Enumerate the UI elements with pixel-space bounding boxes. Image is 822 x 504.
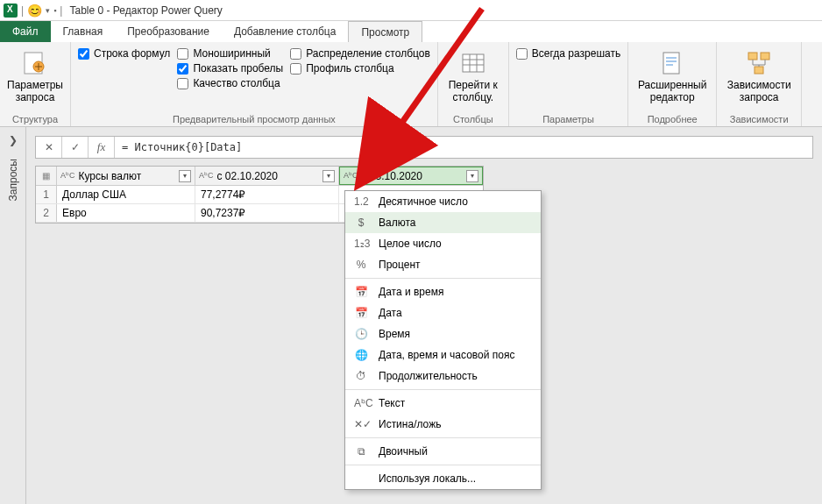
- column-name: Курсы валют: [79, 170, 175, 182]
- query-deps-button[interactable]: Зависимости запроса: [724, 46, 794, 114]
- query-parameters-label: Параметры запроса: [7, 79, 63, 104]
- tab-home[interactable]: Главная: [51, 21, 116, 42]
- menu-label: Время: [379, 328, 410, 340]
- type-date[interactable]: 📅Дата: [345, 302, 541, 323]
- menu-label: Используя локаль...: [379, 472, 476, 485]
- ribbon-group-deps: Зависимости запроса Зависимости: [717, 42, 802, 126]
- text-icon: AᵇC: [354, 397, 368, 409]
- type-time[interactable]: 🕒Время: [345, 323, 541, 344]
- chk-formula-bar[interactable]: Строка формул: [78, 47, 170, 60]
- type-integer[interactable]: 1₂3Целое число: [345, 233, 541, 254]
- query-parameters-button[interactable]: Параметры запроса: [7, 46, 63, 114]
- cell[interactable]: 90,7237₽: [195, 204, 339, 222]
- chk-column-quality[interactable]: Качество столбца: [177, 77, 283, 89]
- cell[interactable]: Доллар США: [57, 186, 195, 203]
- type-currency[interactable]: $Валюта: [345, 212, 541, 233]
- formula-input[interactable]: = Источник{0}[Data]: [115, 141, 812, 153]
- deps-icon: [745, 49, 773, 77]
- svg-rect-2: [463, 54, 484, 72]
- menu-label: Двоичный: [379, 445, 428, 458]
- type-text[interactable]: AᵇCТекст: [345, 393, 541, 414]
- cell[interactable]: 77,2774₽: [195, 186, 339, 203]
- svg-rect-3: [663, 53, 679, 74]
- menu-label: Дата и время: [379, 286, 443, 298]
- percent-icon: %: [354, 259, 368, 271]
- formula-bar: ✕ ✓ fx = Источник{0}[Data]: [35, 136, 813, 159]
- svg-rect-4: [748, 53, 757, 60]
- advanced-editor-label: Расширенный редактор: [635, 79, 709, 104]
- integer-icon: 1₂3: [354, 238, 368, 250]
- qat-dropdown-icon[interactable]: ▪: [53, 6, 56, 15]
- tab-file[interactable]: Файл: [0, 21, 51, 42]
- menu-separator: [345, 465, 541, 465]
- type-datetime[interactable]: 📅Дата и время: [345, 281, 541, 302]
- goto-column-button[interactable]: Перейти к столбцу.: [445, 46, 501, 114]
- group-label: Зависимости: [724, 114, 794, 126]
- ribbon-group-details: Расширенный редактор Подробнее: [628, 42, 717, 126]
- chevron-right-icon[interactable]: ❯: [9, 134, 18, 146]
- text-type-icon[interactable]: AᵇC: [199, 172, 214, 180]
- menu-label: Истина/ложь: [379, 418, 441, 430]
- type-dtz[interactable]: 🌐Дата, время и часовой пояс: [345, 344, 541, 366]
- duration-icon: ⏱: [354, 370, 368, 382]
- cancel-formula-button[interactable]: ✕: [36, 137, 62, 158]
- chk-show-spaces[interactable]: Показать пробелы: [177, 62, 283, 75]
- accept-formula-button[interactable]: ✓: [62, 137, 89, 158]
- text-type-icon[interactable]: AᵇC: [344, 172, 358, 180]
- group-label: Столбцы: [445, 114, 501, 126]
- column-name: с 02.10.2020: [217, 170, 319, 182]
- tab-view[interactable]: Просмотр: [348, 21, 422, 42]
- smiley-icon: 😊: [27, 4, 42, 18]
- query-deps-label: Зависимости запроса: [724, 79, 794, 104]
- column-filter-dropdown[interactable]: ▾: [466, 170, 478, 182]
- group-label: Параметры: [516, 114, 620, 126]
- chevron-down-icon[interactable]: ▾: [46, 6, 50, 15]
- queries-panel-collapsed[interactable]: ❯ Запросы: [0, 127, 26, 504]
- column-header-2[interactable]: AᵇC с 02.10.2020 ▾: [195, 167, 339, 185]
- menu-label: Продолжительность: [379, 370, 478, 382]
- svg-rect-6: [755, 67, 763, 74]
- chk-column-profile[interactable]: Профиль столбца: [290, 62, 430, 75]
- binary-icon: ⧉: [354, 445, 368, 458]
- tab-transform[interactable]: Преобразование: [115, 21, 222, 42]
- fx-icon[interactable]: fx: [89, 137, 115, 158]
- menu-separator: [345, 437, 541, 438]
- ribbon-group-structure: Параметры запроса Структура: [0, 42, 71, 126]
- type-bool[interactable]: ✕✓Истина/ложь: [345, 414, 541, 435]
- type-duration[interactable]: ⏱Продолжительность: [345, 366, 541, 387]
- type-binary[interactable]: ⧉Двоичный: [345, 441, 541, 462]
- menu-label: Дата: [379, 307, 402, 319]
- type-percent[interactable]: %Процент: [345, 254, 541, 275]
- time-icon: 🕒: [354, 328, 368, 340]
- tab-add-column[interactable]: Добавление столбца: [222, 21, 349, 42]
- menu-label: Процент: [379, 259, 421, 271]
- chk-always-allow[interactable]: Всегда разрешать: [516, 47, 620, 60]
- date-icon: 📅: [354, 307, 368, 319]
- row-index[interactable]: 2: [36, 204, 57, 222]
- decimal-icon: 1.2: [354, 195, 368, 208]
- chk-column-dist[interactable]: Распределение столбцов: [290, 47, 430, 60]
- column-filter-dropdown[interactable]: ▾: [179, 170, 191, 182]
- ribbon: Параметры запроса Структура Строка форму…: [0, 42, 822, 127]
- goto-column-label: Перейти к столбцу.: [445, 79, 501, 104]
- ribbon-group-params: Всегда разрешать Параметры: [509, 42, 628, 126]
- column-header-1[interactable]: AᵇC Курсы валют ▾: [57, 167, 195, 185]
- menu-separator: [345, 278, 541, 279]
- column-filter-dropdown[interactable]: ▾: [322, 170, 335, 182]
- column-header-3-selected[interactable]: AᵇC с 03.10.2020 ▾: [339, 167, 483, 185]
- chk-monospaced[interactable]: Моноширинный: [177, 47, 283, 60]
- group-label: Структура: [7, 114, 63, 126]
- text-type-icon[interactable]: AᵇC: [60, 172, 75, 180]
- ribbon-group-preview: Строка формул Моноширинный Показать проб…: [71, 42, 438, 126]
- type-decimal[interactable]: 1.2Десятичное число: [345, 191, 541, 212]
- ribbon-group-columns: Перейти к столбцу. Столбцы: [438, 42, 509, 126]
- cell[interactable]: Евро: [57, 204, 195, 222]
- row-index[interactable]: 1: [36, 186, 57, 203]
- type-locale[interactable]: Используя локаль...: [345, 468, 541, 489]
- ribbon-tabs: Файл Главная Преобразование Добавление с…: [0, 21, 822, 42]
- menu-label: Дата, время и часовой пояс: [379, 349, 514, 361]
- advanced-editor-button[interactable]: Расширенный редактор: [635, 46, 709, 114]
- group-label: Подробнее: [635, 114, 709, 126]
- bool-icon: ✕✓: [354, 418, 368, 430]
- grid-corner[interactable]: ▦: [36, 167, 57, 185]
